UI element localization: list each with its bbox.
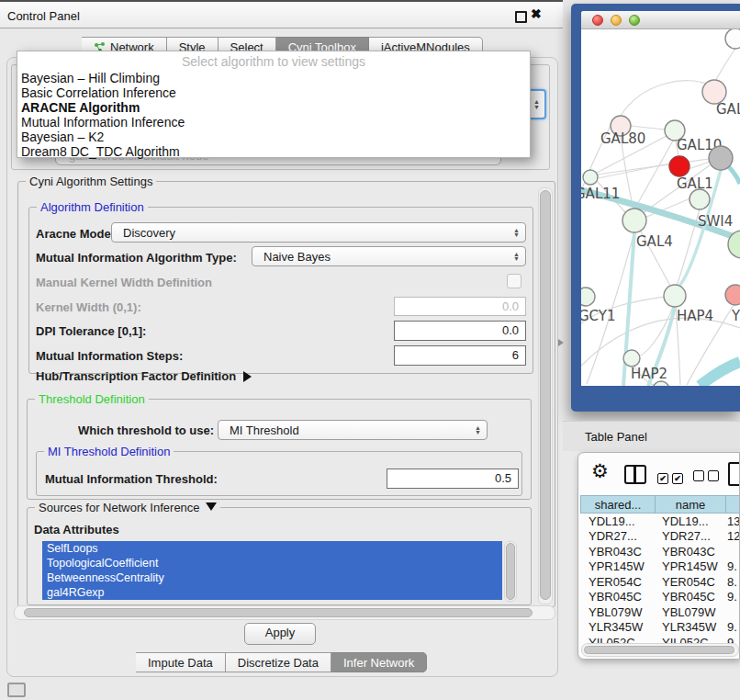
mi-type-value: Naive Bayes	[263, 250, 513, 264]
kernel-width-field[interactable]: 0.0	[394, 297, 526, 316]
network-node[interactable]	[622, 209, 646, 232]
attribute-list-item[interactable]: TopologicalCoefficient	[42, 556, 502, 570]
cell-name: YDL19...	[655, 514, 725, 528]
table-row[interactable]: YBR043C YBR043C	[580, 544, 740, 559]
attribute-list-item[interactable]: SelfLoops	[42, 541, 502, 556]
table-horizontal-scrollbar[interactable]	[581, 643, 739, 657]
data-attributes-list: SelfLoops TopologicalCoefficient Between…	[42, 541, 502, 600]
network-node[interactable]	[690, 189, 710, 209]
attribute-list-scrollbar[interactable]	[504, 541, 517, 602]
dropdown-items: Bayesian – Hill Climbing Basic Correlati…	[17, 71, 530, 159]
dropdown-item[interactable]: Bayesian – Hill Climbing	[17, 71, 530, 85]
network-node-label: GAL11	[581, 186, 620, 202]
threshold-definition-title: Threshold Definition	[35, 392, 149, 406]
table-toolbar: ⚙ ✔✔	[578, 453, 739, 495]
gear-icon[interactable]: ⚙	[591, 460, 609, 482]
table-row[interactable]: YBL079W YBL079W	[580, 604, 740, 620]
algorithm-dropdown: Select algorithm to view settings Bayesi…	[17, 51, 531, 158]
cell-value: 9.	[725, 590, 740, 604]
mi-threshold-field[interactable]: 0.5	[387, 469, 519, 489]
table-row[interactable]: YDR27... YDR27... 12	[580, 529, 740, 545]
table-row[interactable]: YLR345W YLR345W 9.	[580, 620, 740, 636]
network-node-label: HAP2	[631, 366, 667, 382]
cell-value: 12	[725, 529, 740, 543]
table-row[interactable]: YER054C YER054C 8.	[580, 574, 740, 590]
network-node[interactable]	[669, 156, 690, 176]
aracne-mode-combo[interactable]: Discovery ▲▼	[111, 222, 526, 243]
apply-button[interactable]: Apply	[244, 623, 316, 645]
bottom-tab[interactable]: Impute Data	[136, 652, 226, 672]
hub-definition-expander[interactable]: Hub/Transcription Factor Definition	[36, 369, 252, 383]
dropdown-item[interactable]: Bayesian – K2	[17, 130, 530, 144]
dropdown-item[interactable]: Mutual Information Inference	[17, 115, 530, 130]
table-row[interactable]: YIL052C YIL052C 9.	[580, 635, 740, 643]
network-window-titlebar[interactable]	[581, 11, 740, 29]
network-node-label: Y	[731, 308, 740, 324]
network-window-frame[interactable]: GALGAL80GAL10GAL1SWI4GAL11GAL4GCY1HAP4YH…	[571, 4, 740, 412]
settings-horizontal-scrollbar[interactable]	[14, 605, 555, 620]
checked-boxes-icon[interactable]: ✔✔	[657, 469, 687, 485]
cell-name: YPR145W	[655, 559, 725, 573]
mi-threshold-group-title: MI Threshold Definition	[44, 445, 174, 458]
collapse-panel-icon[interactable]	[7, 683, 26, 697]
attribute-list-item[interactable]: gal4RGexp	[42, 585, 502, 600]
document-icon[interactable]	[728, 462, 740, 486]
network-node[interactable]	[709, 146, 733, 170]
table-row[interactable]: YPR145W YPR145W 9.	[580, 559, 740, 575]
network-canvas[interactable]: GALGAL80GAL10GAL1SWI4GAL11GAL4GCY1HAP4YH…	[581, 29, 740, 386]
bottom-tab[interactable]: Discretize Data	[226, 652, 331, 672]
network-node[interactable]	[725, 29, 740, 49]
mi-type-combo[interactable]: Naive Bayes ▲▼	[252, 246, 526, 266]
network-node-label: GAL	[716, 101, 740, 118]
column-header-shared[interactable]: shared...	[580, 495, 655, 514]
dropdown-item[interactable]: ARACNE Algorithm	[17, 100, 530, 115]
network-node-label: GAL1	[677, 175, 713, 192]
aracne-mode-label: Aracne Mode:	[36, 227, 115, 241]
close-window-icon[interactable]	[592, 15, 603, 26]
cell-name: YBR043C	[655, 545, 725, 559]
dpi-tolerance-label: DPI Tolerance [0,1]:	[36, 324, 146, 338]
tab-label: Discretize Data	[238, 656, 319, 670]
cell-shared-name: YIL052C	[580, 636, 655, 643]
column-header-name[interactable]: name	[655, 495, 725, 514]
cell-shared-name: YBR043C	[580, 545, 655, 559]
table-window: ⚙ ✔✔ shared... name YDL19... YDL19... 13…	[577, 452, 740, 660]
manual-kernel-label: Manual Kernel Width Definition	[36, 276, 212, 289]
column-header-extra[interactable]	[725, 495, 740, 514]
attribute-list-item[interactable]: BetweennessCentrality	[42, 570, 502, 585]
table-row[interactable]: YDL19... YDL19... 13	[580, 514, 740, 529]
close-panel-icon[interactable]: ✖	[531, 6, 542, 21]
expander-right-icon	[243, 371, 252, 382]
settings-vertical-scrollbar[interactable]	[538, 187, 553, 604]
network-node[interactable]	[725, 285, 740, 305]
zoom-window-icon[interactable]	[629, 15, 640, 26]
minimize-window-icon[interactable]	[611, 15, 622, 26]
kernel-width-label: Kernel Width (0,1):	[36, 300, 141, 314]
bottom-tab[interactable]: Infer Network	[331, 652, 427, 672]
manual-kernel-checkbox[interactable]	[507, 274, 521, 288]
dpi-tolerance-field[interactable]: 0.0	[394, 321, 526, 341]
network-node[interactable]	[583, 170, 598, 185]
cell-name: YER054C	[655, 575, 725, 589]
dropdown-item-label: Mutual Information Inference	[21, 115, 185, 130]
splitter-arrow-icon[interactable]	[558, 339, 564, 346]
combo-spinner-icon: ▲▼	[513, 252, 520, 262]
dropdown-item[interactable]: Dream8 DC_TDC Algorithm	[17, 144, 530, 159]
dropdown-item[interactable]: Basic Correlation Inference	[17, 85, 530, 100]
network-node[interactable]	[623, 350, 640, 367]
network-node[interactable]	[664, 285, 686, 307]
float-panel-icon[interactable]	[515, 11, 527, 23]
network-node-label: HAP4	[677, 308, 713, 324]
split-pane-icon[interactable]	[624, 465, 646, 484]
which-threshold-combo[interactable]: MI Threshold ▲▼	[218, 420, 488, 440]
mi-steps-field[interactable]: 6	[394, 345, 526, 366]
table-row[interactable]: YBR045C YBR045C 9.	[580, 590, 740, 605]
tab-label: Infer Network	[343, 656, 414, 670]
sources-group-title[interactable]: Sources for Network Inference	[35, 501, 220, 514]
control-panel-titlebar: Control Panel ✖	[0, 0, 563, 28]
network-node[interactable]	[581, 288, 595, 306]
unchecked-boxes-icon[interactable]	[693, 469, 723, 485]
expander-down-icon	[206, 502, 217, 511]
dropdown-item-label: Basic Correlation Inference	[21, 85, 176, 100]
sources-title-label: Sources for Network Inference	[39, 501, 200, 514]
